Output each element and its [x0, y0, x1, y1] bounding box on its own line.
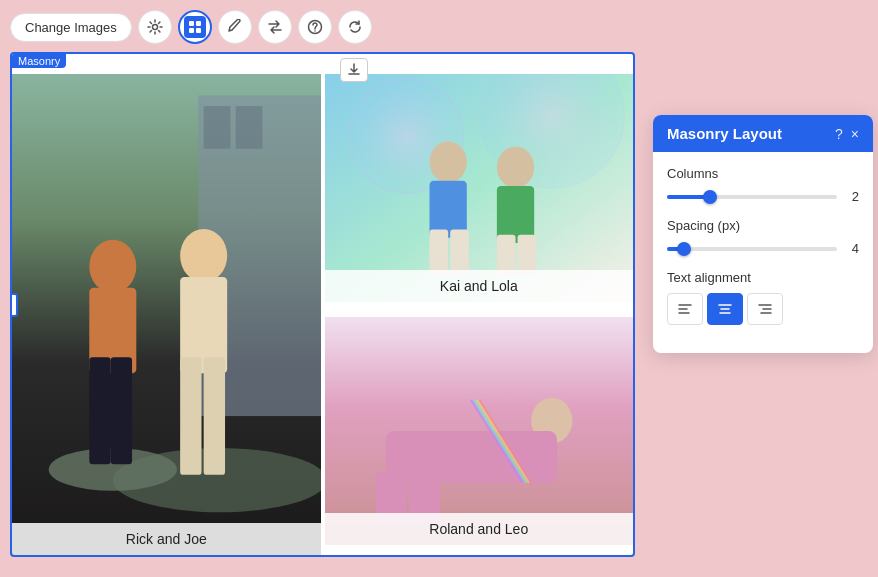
gear-icon — [147, 19, 163, 35]
refresh-button[interactable] — [338, 10, 372, 44]
canvas-label: Masonry — [12, 54, 66, 68]
download-icon — [347, 63, 361, 77]
svg-rect-3 — [189, 28, 194, 33]
caption-rick-joe: Rick and Joe — [12, 523, 321, 555]
resize-handle-left[interactable] — [10, 293, 18, 317]
columns-slider-track[interactable] — [667, 195, 837, 199]
panel-body: Columns 2 Spacing (px) 4 Text al — [653, 152, 873, 353]
masonry-layout-panel: Masonry Layout ? × Columns 2 Spacing (px… — [653, 115, 873, 353]
spacing-slider-track[interactable] — [667, 247, 837, 251]
swap-button[interactable] — [258, 10, 292, 44]
spacing-label: Spacing (px) — [667, 218, 859, 233]
spacing-value: 4 — [845, 241, 859, 256]
align-right-button[interactable] — [747, 293, 783, 325]
caption-roland-leo: Roland and Leo — [325, 513, 634, 545]
panel-close-button[interactable]: × — [851, 126, 859, 142]
columns-slider-row: 2 — [667, 189, 859, 204]
refresh-icon — [347, 19, 363, 35]
download-button[interactable] — [340, 58, 368, 82]
settings-button[interactable] — [138, 10, 172, 44]
masonry-grid: Rick and Joe — [12, 74, 633, 555]
align-left-button[interactable] — [667, 293, 703, 325]
pencil-icon — [227, 19, 243, 35]
change-images-button[interactable]: Change Images — [10, 13, 132, 42]
photo-silhouette-rick-joe — [12, 74, 321, 555]
text-alignment-section: Text alignment — [667, 270, 859, 325]
svg-point-6 — [314, 30, 316, 32]
columns-section: Columns 2 — [667, 166, 859, 204]
panel-title: Masonry Layout — [667, 125, 782, 142]
svg-point-0 — [152, 25, 157, 30]
panel-header-actions: ? × — [835, 126, 859, 142]
svg-rect-2 — [196, 21, 201, 26]
svg-rect-15 — [89, 357, 110, 464]
align-center-button[interactable] — [707, 293, 743, 325]
masonry-item-kai-lola: Kai and Lola — [325, 74, 634, 302]
photo-silhouette-kai-lola — [325, 74, 634, 302]
masonry-item-roland-leo: Roland and Leo — [325, 317, 634, 545]
svg-rect-16 — [111, 357, 132, 464]
help-button[interactable] — [298, 10, 332, 44]
align-center-icon — [718, 303, 732, 315]
columns-slider-thumb[interactable] — [703, 190, 717, 204]
svg-rect-1 — [189, 21, 194, 26]
svg-point-17 — [180, 229, 227, 282]
svg-rect-4 — [196, 28, 201, 33]
svg-point-28 — [429, 141, 466, 182]
question-icon — [307, 19, 323, 35]
text-alignment-label: Text alignment — [667, 270, 859, 285]
align-left-icon — [678, 303, 692, 315]
svg-rect-29 — [429, 181, 466, 238]
svg-point-24 — [496, 147, 533, 188]
svg-rect-19 — [180, 357, 201, 475]
align-right-icon — [758, 303, 772, 315]
grid-icon — [184, 16, 206, 38]
panel-header: Masonry Layout ? × — [653, 115, 873, 152]
caption-kai-lola: Kai and Lola — [325, 270, 634, 302]
panel-help-button[interactable]: ? — [835, 126, 843, 142]
spacing-section: Spacing (px) 4 — [667, 218, 859, 256]
svg-point-13 — [89, 240, 136, 293]
canvas-area: Masonry — [10, 52, 635, 557]
text-alignment-options — [667, 293, 859, 325]
columns-value: 2 — [845, 189, 859, 204]
columns-label: Columns — [667, 166, 859, 181]
svg-rect-9 — [204, 106, 231, 149]
photo-silhouette-roland-leo — [325, 317, 634, 545]
masonry-item-rick-joe: Rick and Joe — [12, 74, 321, 555]
svg-rect-25 — [496, 186, 533, 243]
swap-icon — [267, 19, 283, 35]
spacing-slider-row: 4 — [667, 241, 859, 256]
svg-rect-20 — [204, 357, 225, 475]
svg-rect-10 — [236, 106, 263, 149]
spacing-slider-thumb[interactable] — [677, 242, 691, 256]
toolbar: Change Images — [10, 10, 372, 44]
grid-layout-button[interactable] — [178, 10, 212, 44]
edit-button[interactable] — [218, 10, 252, 44]
